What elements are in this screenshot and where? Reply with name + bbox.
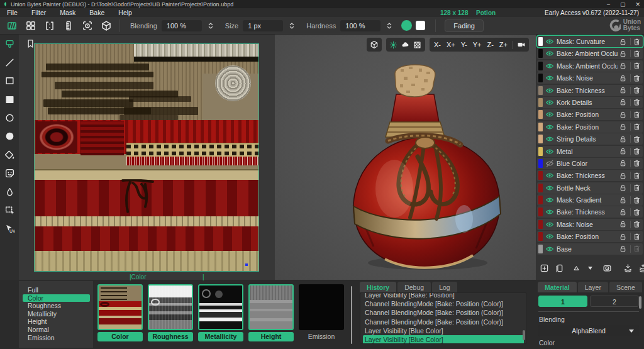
trash-icon[interactable]: [633, 111, 641, 119]
tool-circle-button[interactable]: [1, 110, 18, 126]
layer-row[interactable]: Mask: Noise: [537, 219, 643, 230]
tab-history[interactable]: History: [360, 282, 396, 292]
menu-item-filter[interactable]: Filter: [25, 9, 53, 16]
channel-thumb-height[interactable]: Height: [248, 284, 294, 347]
blending-stepper[interactable]: [206, 21, 215, 30]
lock-icon[interactable]: [619, 123, 627, 131]
channel-item-color[interactable]: Color: [23, 294, 90, 302]
channel-thumb-color[interactable]: Color: [97, 284, 143, 347]
lock-icon[interactable]: [619, 172, 627, 180]
eye-off-icon[interactable]: [545, 159, 554, 168]
channel-item-height[interactable]: Height: [23, 318, 90, 326]
toolbar-paint-pattern-button[interactable]: [4, 18, 20, 33]
eye-icon[interactable]: [545, 208, 554, 216]
tool-brush-button[interactable]: [1, 36, 18, 52]
trash-icon[interactable]: [633, 196, 641, 204]
toolbar-capture-button[interactable]: [79, 18, 96, 33]
layer-row[interactable]: Bake: Thickness: [537, 170, 643, 181]
menu-item-help[interactable]: Help: [111, 9, 139, 16]
lock-icon[interactable]: [619, 135, 627, 143]
channel-item-metallicity[interactable]: Metallicity: [23, 310, 90, 318]
lock-icon[interactable]: [619, 208, 627, 216]
channel-item-roughness[interactable]: Roughness: [23, 302, 90, 310]
eye-icon[interactable]: [545, 135, 554, 143]
eye-icon[interactable]: [545, 123, 554, 131]
channel-thumb-metallicity[interactable]: Metallicity: [198, 284, 243, 347]
channel-item-full[interactable]: Full: [23, 286, 90, 294]
layer-row[interactable]: Bottle Neck: [537, 182, 643, 194]
channel-item-emission[interactable]: Emission: [23, 334, 90, 342]
trash-icon[interactable]: [633, 50, 641, 58]
viewport-sun-toggle[interactable]: [389, 40, 399, 50]
trash-icon[interactable]: [633, 172, 641, 180]
lock-icon[interactable]: [619, 50, 627, 58]
history-entry[interactable]: Channel BlendingMode [Bake: Position (Co…: [363, 318, 524, 326]
trash-icon[interactable]: [633, 208, 641, 216]
trash-icon[interactable]: [633, 98, 641, 106]
layer-row[interactable]: Mask: Ambient Occlusion: [537, 60, 643, 72]
tool-sticker-button[interactable]: [1, 165, 18, 182]
toolbar-ruler-button[interactable]: [60, 18, 77, 33]
tab-scene[interactable]: Scene: [609, 282, 642, 292]
tab-log[interactable]: Log: [432, 282, 457, 292]
layer-row[interactable]: Bake: Thickness: [537, 85, 643, 96]
history-scrollbar[interactable]: [523, 330, 525, 340]
fading-button[interactable]: Fading: [445, 19, 484, 32]
tab-layer[interactable]: Layer: [578, 282, 608, 292]
layer-row[interactable]: Blue Color: [537, 158, 643, 169]
layer-row[interactable]: String Details: [537, 133, 643, 145]
size-stepper[interactable]: [287, 21, 296, 30]
lock-icon[interactable]: [619, 184, 627, 192]
viewport-camera-button[interactable]: [516, 40, 526, 50]
bake-layer-button[interactable]: [602, 263, 612, 273]
blending-dropdown[interactable]: AlphaBlend: [538, 325, 639, 336]
channel-thumb-emission[interactable]: Emission: [299, 284, 344, 347]
lock-icon[interactable]: [619, 62, 627, 70]
maximize-button[interactable]: ▢: [620, 1, 626, 8]
eye-icon[interactable]: [545, 86, 554, 95]
trash-icon[interactable]: [633, 123, 641, 131]
viewport-checker-toggle[interactable]: [413, 40, 423, 50]
move-layer-up-button[interactable]: [572, 263, 580, 273]
tool-line-button[interactable]: [1, 54, 18, 70]
channel-thumb-roughness[interactable]: Roughness: [148, 284, 193, 347]
add-layer-button[interactable]: [540, 263, 549, 273]
menu-item-file[interactable]: File: [0, 9, 25, 16]
tool-uv-select-button[interactable]: UV: [1, 221, 18, 237]
trash-icon[interactable]: [633, 147, 641, 155]
lock-icon[interactable]: [619, 220, 627, 228]
lock-icon[interactable]: [619, 245, 627, 253]
history-entry[interactable]: Layer Visibility [Bake: Position]: [363, 292, 524, 299]
trash-icon[interactable]: [633, 135, 641, 143]
trash-icon[interactable]: [633, 38, 641, 46]
material-slot-2[interactable]: 2: [590, 296, 639, 307]
material-scrollbar[interactable]: [639, 296, 641, 309]
tool-drop-button[interactable]: [1, 184, 18, 200]
lock-icon[interactable]: [619, 74, 627, 82]
size-value[interactable]: 1 px: [243, 20, 283, 31]
duplicate-layer-button[interactable]: [555, 263, 564, 273]
lock-icon[interactable]: [619, 159, 627, 167]
hardness-value[interactable]: 100 %: [340, 20, 380, 31]
menu-item-mask[interactable]: Mask: [53, 9, 82, 16]
lock-icon[interactable]: [619, 38, 627, 46]
merge-down-button[interactable]: [623, 263, 633, 273]
history-entry[interactable]: Channel BlendingMode [Bake: Position (Co…: [363, 299, 524, 308]
eye-icon[interactable]: [545, 98, 554, 107]
lock-icon[interactable]: [619, 98, 627, 106]
lock-icon[interactable]: [619, 147, 627, 155]
eye-icon[interactable]: [545, 62, 554, 70]
layer-row[interactable]: Bake: Ambient Occlusion: [537, 48, 643, 59]
minimize-button[interactable]: –: [607, 1, 610, 8]
toolbar-cube-button[interactable]: [98, 18, 114, 33]
eye-icon[interactable]: [545, 232, 554, 241]
toolbar-layout-grid-button[interactable]: [23, 18, 39, 33]
trash-icon[interactable]: [633, 159, 641, 167]
lock-icon[interactable]: [619, 196, 627, 204]
axis-button-yminus[interactable]: Y-: [459, 41, 469, 48]
tab-material[interactable]: Material: [538, 282, 577, 292]
hardness-stepper[interactable]: [385, 21, 394, 30]
close-button[interactable]: ✕: [635, 1, 640, 8]
texture-canvas[interactable]: [35, 44, 258, 271]
primary-color-swatch[interactable]: [401, 20, 412, 31]
